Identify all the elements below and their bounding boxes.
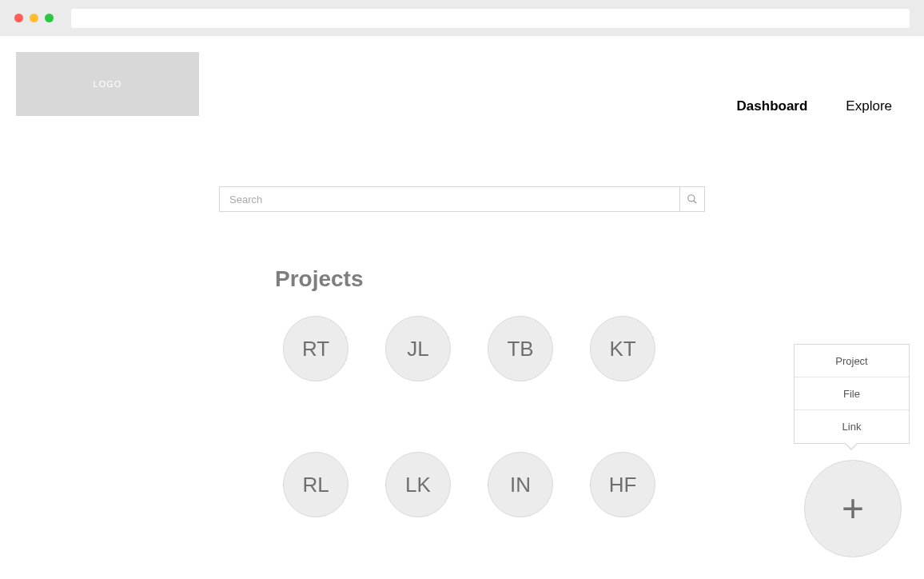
window-controls	[14, 14, 54, 22]
url-bar[interactable]	[71, 9, 910, 28]
project-initials: RL	[302, 473, 329, 497]
project-initials: HF	[609, 473, 637, 497]
search-button[interactable]	[679, 186, 705, 212]
search-container	[219, 186, 705, 212]
project-item[interactable]: RT	[283, 316, 348, 381]
project-item[interactable]: IN	[488, 452, 553, 517]
project-item[interactable]: TB	[488, 316, 553, 381]
window-close-button[interactable]	[14, 14, 23, 22]
window-minimize-button[interactable]	[30, 14, 38, 22]
search-input[interactable]	[219, 186, 679, 212]
window-maximize-button[interactable]	[45, 14, 54, 22]
fab-menu-item-project[interactable]: Project	[795, 345, 909, 377]
browser-chrome	[0, 0, 924, 36]
section-title: Projects	[275, 266, 908, 292]
logo-label: LOGO	[94, 79, 122, 89]
fab-menu: Project File Link	[794, 344, 910, 444]
plus-icon: +	[842, 489, 864, 528]
nav: Dashboard Explore	[737, 98, 908, 116]
nav-explore[interactable]: Explore	[846, 98, 892, 114]
project-item[interactable]: KT	[590, 316, 655, 381]
fab-menu-item-file[interactable]: File	[795, 377, 909, 410]
project-item[interactable]: LK	[385, 452, 451, 517]
svg-line-1	[694, 201, 697, 204]
project-initials: TB	[507, 337, 533, 361]
search-icon	[687, 194, 698, 205]
project-item[interactable]: JL	[385, 316, 451, 381]
logo: LOGO	[16, 52, 199, 116]
content: Projects RT JL TB KT RL LK IN HF	[16, 266, 908, 517]
project-item[interactable]: HF	[590, 452, 655, 517]
fab-add-button[interactable]: +	[804, 460, 902, 557]
project-initials: JL	[407, 337, 428, 361]
project-item[interactable]: RL	[283, 452, 348, 517]
header: LOGO Dashboard Explore	[16, 52, 908, 148]
project-initials: KT	[609, 337, 635, 361]
search-wrap	[16, 186, 908, 212]
project-initials: IN	[510, 473, 531, 497]
svg-point-0	[688, 195, 695, 202]
fab-menu-item-link[interactable]: Link	[795, 410, 909, 443]
project-initials: LK	[405, 473, 431, 497]
project-initials: RT	[302, 337, 329, 361]
fab-menu-pointer	[845, 444, 858, 450]
nav-dashboard[interactable]: Dashboard	[737, 98, 808, 114]
